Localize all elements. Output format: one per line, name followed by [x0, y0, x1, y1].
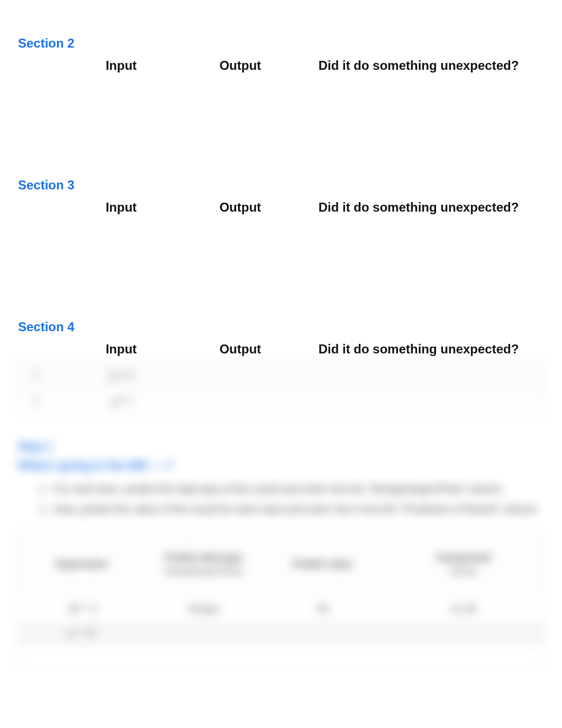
list-item: 2. Now, predict the value of the result …: [39, 501, 544, 517]
table-row: 30 * 3 Integer 90 no 90: [19, 596, 543, 621]
section-3-header-output: Output: [187, 200, 293, 215]
list-item: 1. For each item, predict the data type …: [39, 481, 544, 497]
step-subheading: What's going in the IDE — ?: [18, 459, 544, 472]
section-4-header-input: Input: [55, 342, 187, 357]
step-heading: Step 1: [18, 440, 544, 453]
section-2-header-input: Input: [55, 58, 187, 73]
pred-header-value: Predict value: [262, 559, 384, 570]
section-2-title: Section 2: [18, 36, 544, 51]
section-4: Section 4 Input Output Did it do somethi…: [18, 320, 544, 671]
section-2-header-unexpected: Did it do something unexpected?: [293, 58, 544, 73]
table-row: 2 g(""): [19, 388, 543, 414]
section-2-header-row: Input Output Did it do something unexpec…: [18, 58, 544, 73]
section-4-header-output: Output: [187, 342, 293, 357]
table-row: [19, 645, 543, 670]
pred-header-expression: Expression: [19, 559, 146, 570]
section-2-header-output: Output: [187, 58, 293, 73]
pred-header-unexpected: Unexpected Result: [384, 552, 543, 576]
section-4-blurred-rows: 1 g("a") 2 g("") Step 1 What's going in …: [18, 362, 544, 671]
pred-header-type: Predict data type String/Integer/Float: [146, 552, 262, 576]
section-2: Section 2 Input Output Did it do somethi…: [18, 36, 544, 163]
section-3-header-row: Input Output Did it do something unexpec…: [18, 200, 544, 215]
section-3-header-input: Input: [55, 200, 187, 215]
section-4-title: Section 4: [18, 320, 544, 334]
section-4-header-unexpected: Did it do something unexpected?: [293, 342, 544, 357]
prediction-table: Expression Predict data type String/Inte…: [18, 532, 544, 671]
section-3: Section 3 Input Output Did it do somethi…: [18, 178, 544, 305]
table-row: 1 g("a"): [19, 362, 543, 388]
section-4-header-row: Input Output Did it do something unexpec…: [18, 342, 544, 357]
section-3-header-unexpected: Did it do something unexpected?: [293, 200, 544, 215]
table-row: 3 * "3": [19, 621, 543, 645]
step-list: 1. For each item, predict the data type …: [39, 481, 544, 517]
section-3-title: Section 3: [18, 178, 544, 193]
prediction-table-header: Expression Predict data type String/Inte…: [19, 532, 543, 596]
